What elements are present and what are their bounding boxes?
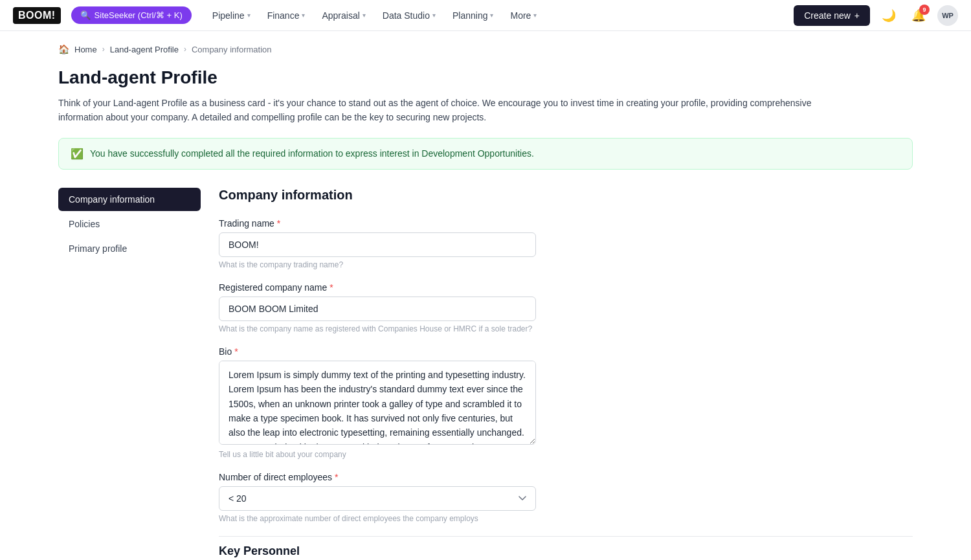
chevron-down-icon: ▾ [363,12,366,19]
required-asterisk-3: * [234,346,238,357]
breadcrumb-separator-2: › [184,45,186,54]
check-circle-icon: ✅ [71,148,84,160]
site-seeker-button[interactable]: 🔍 SiteSeeker (Ctrl/⌘ + K) [71,6,192,24]
chevron-down-icon: ▾ [490,12,493,19]
trading-name-label: Trading name * [219,218,913,229]
nav-item-appraisal[interactable]: Appraisal ▾ [314,5,373,26]
bio-hint: Tell us a little bit about your company [219,450,913,459]
employees-hint: What is the approximate number of direct… [219,514,913,523]
navbar: BOOM! 🔍 SiteSeeker (Ctrl/⌘ + K) Pipeline… [0,0,971,31]
trading-name-hint: What is the company trading name? [219,260,913,269]
main-form: Company information Trading name * What … [219,188,913,560]
plus-icon: + [854,10,860,21]
chevron-down-icon: ▾ [247,12,251,19]
sidebar-item-policies[interactable]: Policies [58,212,201,236]
registered-company-name-group: Registered company name * What is the co… [219,282,913,333]
page-content: 🏠 Home › Land-agent Profile › Company in… [32,31,939,560]
required-asterisk-2: * [329,282,333,293]
employees-select[interactable]: < 20 20-50 51-100 101-250 250+ [219,486,536,511]
nav-item-planning[interactable]: Planning ▾ [445,5,502,26]
search-icon: 🔍 [80,10,91,20]
nav-item-pipeline[interactable]: Pipeline ▾ [205,5,258,26]
create-new-button[interactable]: Create new + [794,5,870,26]
notification-badge: 9 [919,5,930,15]
nav-item-data-studio[interactable]: Data Studio ▾ [375,5,443,26]
chevron-down-icon: ▾ [302,12,305,19]
employees-label: Number of direct employees * [219,472,913,482]
chevron-down-icon: ▾ [432,12,436,19]
nav-item-more[interactable]: More ▾ [502,5,544,26]
page-title: Land-agent Profile [58,67,913,88]
notification-wrapper: 🔔 9 [908,5,930,27]
navbar-right: Create new + 🌙 🔔 9 WP [794,5,958,27]
form-section-title: Company information [219,188,913,203]
registered-company-name-input[interactable] [219,297,536,321]
content-layout: Company information Policies Primary pro… [58,188,913,560]
employees-group: Number of direct employees * < 20 20-50 … [219,472,913,523]
nav-item-finance[interactable]: Finance ▾ [260,5,313,26]
chevron-down-icon: ▾ [533,12,537,19]
site-seeker-label: SiteSeeker (Ctrl/⌘ + K) [95,10,183,20]
registered-company-name-label: Registered company name * [219,282,913,293]
sidebar-item-company-information[interactable]: Company information [58,188,201,211]
brand-logo: BOOM! [13,7,61,24]
key-personnel-section: Key Personnel Managing Director › [219,536,913,560]
trading-name-input[interactable] [219,232,536,257]
success-banner: ✅ You have successfully completed all th… [58,138,913,170]
theme-toggle-button[interactable]: 🌙 [878,5,900,27]
bio-group: Bio * Lorem Ipsum is simply dummy text o… [219,346,913,459]
user-avatar-button[interactable]: WP [937,5,958,26]
registered-company-name-hint: What is the company name as registered w… [219,324,913,333]
sidebar: Company information Policies Primary pro… [58,188,201,560]
breadcrumb-current: Company information [192,45,272,54]
create-new-label: Create new [804,10,851,21]
trading-name-group: Trading name * What is the company tradi… [219,218,913,269]
success-message: You have successfully completed all the … [90,148,534,159]
moon-icon: 🌙 [882,8,896,23]
required-asterisk-4: * [335,472,338,482]
page-description: Think of your Land-agent Profile as a bu… [58,96,835,125]
home-icon: 🏠 [58,44,69,54]
bio-label: Bio * [219,346,913,357]
key-personnel-title: Key Personnel [219,536,913,558]
required-asterisk: * [277,218,280,229]
breadcrumb-home-link[interactable]: Home [74,45,97,54]
nav-menu: Pipeline ▾ Finance ▾ Appraisal ▾ Data St… [205,5,794,26]
breadcrumb: 🏠 Home › Land-agent Profile › Company in… [58,44,913,54]
breadcrumb-land-agent-link[interactable]: Land-agent Profile [110,45,179,54]
bio-textarea[interactable]: Lorem Ipsum is simply dummy text of the … [219,361,536,445]
breadcrumb-separator: › [102,45,105,54]
sidebar-item-primary-profile[interactable]: Primary profile [58,237,201,260]
